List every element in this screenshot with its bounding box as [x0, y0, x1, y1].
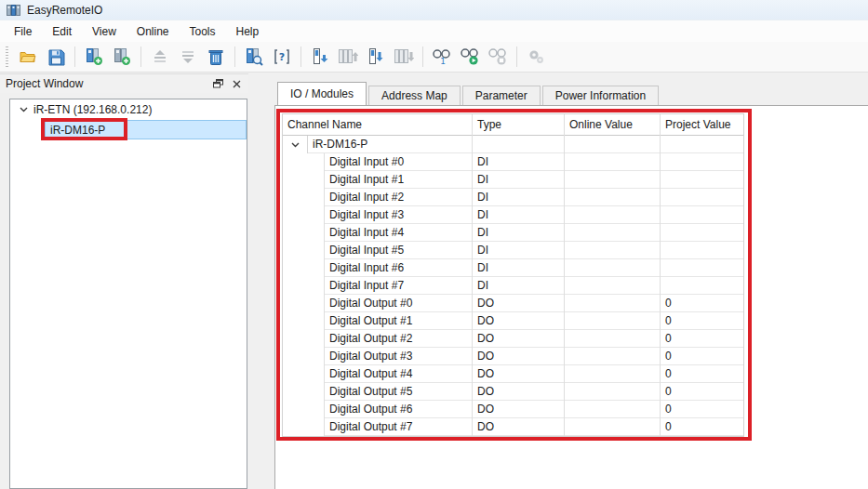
save-project-button[interactable] [42, 45, 70, 70]
row-indent-gutter [283, 224, 324, 242]
project-value-cell[interactable] [661, 259, 743, 277]
delete-module-button[interactable] [202, 45, 230, 70]
project-value-cell[interactable] [661, 277, 743, 295]
project-value-cell[interactable]: 0 [661, 418, 743, 436]
table-row[interactable]: Digital Output #6 DO 0 [283, 401, 743, 418]
row-expander-icon[interactable] [291, 142, 300, 148]
table-row[interactable]: Digital Output #4 DO 0 [283, 365, 743, 383]
project-value-cell[interactable]: 0 [661, 365, 743, 383]
online-value-cell[interactable] [565, 418, 661, 436]
close-panel-button[interactable] [229, 76, 245, 91]
monitor-stop-button[interactable] [484, 45, 512, 70]
type-cell: DO [473, 330, 565, 348]
online-value-cell[interactable] [565, 348, 661, 365]
connect-one-button[interactable]: 1 [428, 45, 456, 70]
table-row[interactable]: Digital Input #2 DI [283, 189, 743, 206]
project-value-cell[interactable]: 0 [661, 348, 743, 365]
table-row[interactable]: Digital Output #2 DO 0 [283, 330, 743, 348]
table-row[interactable]: Digital Output #7 DO 0 [283, 418, 743, 436]
project-window-header: Project Window [0, 73, 248, 93]
tree-expander-icon[interactable] [17, 107, 30, 112]
menu-online[interactable]: Online [127, 22, 180, 41]
menu-edit[interactable]: Edit [42, 22, 82, 41]
project-value-cell[interactable] [661, 136, 743, 153]
project-value-cell[interactable] [661, 171, 743, 189]
project-value-cell[interactable]: 0 [661, 383, 743, 401]
table-row[interactable]: Digital Input #3 DI [283, 206, 743, 224]
online-value-cell[interactable] [565, 401, 661, 418]
table-header-row: Channel Name Type Online Value Project V… [283, 114, 743, 136]
row-indent-gutter [283, 171, 324, 189]
project-value-cell[interactable]: 0 [661, 295, 743, 312]
settings-button[interactable] [522, 45, 550, 70]
channel-name-text: Digital Input #7 [329, 279, 404, 292]
table-row[interactable]: Digital Output #0 DO 0 [283, 295, 743, 312]
table-row[interactable]: Digital Input #5 DI [283, 242, 743, 259]
toolbar-drag-handle[interactable] [6, 46, 8, 67]
download-module-button[interactable] [362, 45, 390, 70]
svg-text:1: 1 [440, 57, 446, 66]
table-row[interactable]: Digital Input #6 DI [283, 259, 743, 277]
tree-item-ir-dm16p-selected[interactable]: iR-DM16-P [45, 120, 247, 139]
tab-address-map[interactable]: Address Map [368, 86, 461, 105]
channel-name-cell: Digital Input #2 [283, 189, 473, 206]
tab-parameter[interactable]: Parameter [462, 86, 541, 105]
move-down-button[interactable] [174, 45, 202, 70]
table-row[interactable]: Digital Input #7 DI [283, 277, 743, 295]
online-value-cell[interactable] [565, 206, 661, 224]
online-value-cell[interactable] [565, 171, 661, 189]
project-value-cell[interactable] [661, 242, 743, 259]
project-value-cell[interactable] [661, 206, 743, 224]
download-module-icon [367, 47, 385, 66]
row-indent-gutter [283, 206, 324, 224]
upload-module-button[interactable] [306, 45, 334, 70]
tree-item-ir-etn[interactable]: iR-ETN (192.168.0.212) [10, 99, 247, 119]
module-diagnostic-button[interactable]: ? [268, 45, 296, 70]
online-value-cell[interactable] [565, 136, 661, 153]
menu-help[interactable]: Help [226, 22, 270, 41]
table-row[interactable]: Digital Output #5 DO 0 [283, 383, 743, 401]
table-row[interactable]: Digital Output #1 DO 0 [283, 312, 743, 330]
float-panel-button[interactable] [210, 76, 226, 91]
online-value-cell[interactable] [565, 365, 661, 383]
online-value-cell[interactable] [565, 153, 661, 171]
online-value-cell[interactable] [565, 330, 661, 348]
online-value-cell[interactable] [565, 295, 661, 312]
monitor-start-button[interactable] [456, 45, 484, 70]
insert-module-button[interactable] [108, 45, 136, 70]
row-indent-gutter [283, 136, 307, 153]
table-row[interactable]: iR-DM16-P [283, 136, 743, 153]
tab-power-information[interactable]: Power Information [542, 86, 659, 105]
add-module-button[interactable] [80, 45, 108, 70]
project-value-cell[interactable]: 0 [661, 312, 743, 330]
toolbar-separator [74, 46, 75, 67]
download-all-button[interactable] [390, 45, 418, 70]
online-value-cell[interactable] [565, 224, 661, 242]
online-value-cell[interactable] [565, 277, 661, 295]
online-value-cell[interactable] [565, 259, 661, 277]
menu-view[interactable]: View [82, 22, 127, 41]
project-value-cell[interactable] [661, 224, 743, 242]
menu-tools[interactable]: Tools [180, 22, 226, 41]
table-row[interactable]: Digital Input #0 DI [283, 153, 743, 171]
upload-all-button[interactable] [334, 45, 362, 70]
table-row[interactable]: Digital Input #1 DI [283, 171, 743, 189]
scan-module-button[interactable] [240, 45, 268, 70]
channel-name-cell: Digital Output #1 [283, 312, 473, 330]
table-row[interactable]: Digital Input #4 DI [283, 224, 743, 242]
row-indent-gutter [283, 330, 324, 348]
open-project-button[interactable] [14, 45, 42, 70]
project-value-cell[interactable]: 0 [661, 401, 743, 418]
online-value-cell[interactable] [565, 242, 661, 259]
table-row[interactable]: Digital Output #3 DO 0 [283, 348, 743, 365]
project-value-cell[interactable]: 0 [661, 330, 743, 348]
project-value-cell[interactable] [661, 153, 743, 171]
tab-io-modules[interactable]: IO / Modules [277, 82, 367, 105]
online-value-cell[interactable] [565, 189, 661, 206]
move-up-button[interactable] [146, 45, 174, 70]
online-value-cell[interactable] [565, 383, 661, 401]
toolbar-separator [234, 46, 235, 67]
online-value-cell[interactable] [565, 312, 661, 330]
menu-file[interactable]: File [4, 22, 42, 41]
project-value-cell[interactable] [661, 189, 743, 206]
